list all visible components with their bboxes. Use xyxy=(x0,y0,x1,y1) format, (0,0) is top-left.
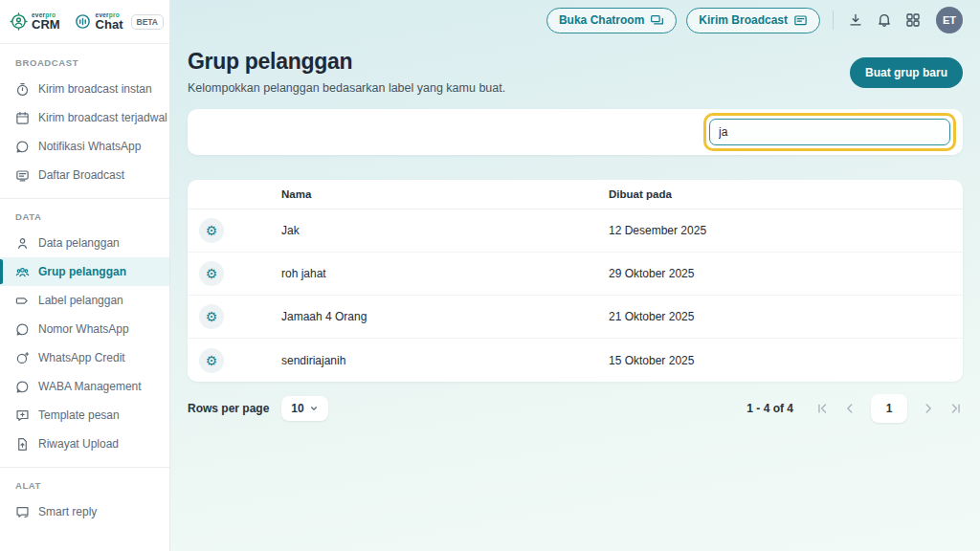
user-avatar[interactable]: ET xyxy=(936,7,963,33)
buka-chatroom-button[interactable]: Buka Chatroom xyxy=(546,8,677,33)
section-label-alat: ALAT xyxy=(0,469,169,497)
created-column-header: Dibuat pada xyxy=(609,188,963,200)
file-upload-icon xyxy=(15,437,30,452)
everpro-crm-icon xyxy=(10,12,28,31)
group-created-date: 12 Desember 2025 xyxy=(609,224,963,237)
sidebar-item-daftar-broadcast[interactable]: Daftar Broadcast xyxy=(0,161,169,189)
chevron-down-icon xyxy=(309,404,319,413)
sidebar-item-template-pesan[interactable]: Template pesan xyxy=(0,401,169,430)
table-header-row: Nama Dibuat pada xyxy=(188,180,963,209)
sidebar-divider xyxy=(0,467,169,468)
topbar: Buka Chatroom Kirim Broadcast ET xyxy=(188,0,963,40)
chat-edit-icon xyxy=(15,505,30,519)
crm-wordmark: CRM xyxy=(32,18,60,32)
group-name: Jak xyxy=(281,224,609,237)
sidebar-item-label-pelanggan[interactable]: Label pelanggan xyxy=(0,286,169,315)
sidebar-nav: BROADCAST Kirim broadcast instan Kirim b… xyxy=(0,44,169,551)
bell-icon[interactable] xyxy=(875,11,894,30)
buat-grup-baru-button[interactable]: Buat grup baru xyxy=(850,57,963,88)
chat-wordmark: Chat xyxy=(96,18,123,32)
chatroom-icon xyxy=(650,13,664,28)
message-list-icon xyxy=(15,168,30,183)
sidebar-item-whatsapp-credit[interactable]: WhatsApp Credit xyxy=(0,343,169,372)
sidebar-item-smart-reply[interactable]: Smart reply xyxy=(0,497,169,526)
gear-icon[interactable]: ⚙ xyxy=(199,348,224,373)
download-icon[interactable] xyxy=(846,11,865,30)
groups-table: Nama Dibuat pada ⚙ Jak 12 Desember 2025 … xyxy=(188,180,963,382)
search-toolbar xyxy=(188,109,963,155)
previous-page-icon[interactable] xyxy=(843,402,857,415)
group-name: Jamaah 4 Orang xyxy=(281,310,609,323)
current-page-button[interactable]: 1 xyxy=(871,394,907,423)
message-plus-icon xyxy=(15,408,30,423)
sidebar-item-grup-pelanggan[interactable]: Grup pelanggan xyxy=(0,257,169,286)
beta-badge: BETA xyxy=(131,14,165,30)
chat-logo[interactable]: everpro Chat xyxy=(74,11,123,32)
gear-icon[interactable]: ⚙ xyxy=(199,261,224,286)
name-column-header: Nama xyxy=(281,188,609,200)
section-label-broadcast: BROADCAST xyxy=(0,46,169,75)
gear-icon[interactable]: ⚙ xyxy=(199,218,224,243)
apps-grid-icon[interactable] xyxy=(903,11,923,30)
sidebar-item-waba-management[interactable]: WABA Management xyxy=(0,372,169,401)
gear-icon[interactable]: ⚙ xyxy=(199,304,224,329)
sidebar: everpro CRM everpro Chat BETA xyxy=(0,0,170,551)
stopwatch-icon xyxy=(15,82,30,97)
whatsapp-icon xyxy=(15,380,30,394)
broadcast-message-icon xyxy=(793,13,808,28)
main-content: Buka Chatroom Kirim Broadcast ET Grup pe… xyxy=(170,0,980,551)
section-label-data: DATA xyxy=(0,200,169,229)
sidebar-item-kirim-broadcast-terjadwal[interactable]: Kirim broadcast terjadwal xyxy=(0,103,169,132)
whatsapp-icon xyxy=(15,322,30,337)
rows-per-page-select[interactable]: 10 xyxy=(281,396,327,421)
topbar-divider xyxy=(833,11,834,30)
next-page-icon[interactable] xyxy=(922,402,935,415)
table-row[interactable]: ⚙ Jamaah 4 Orang 21 Oktober 2025 xyxy=(188,296,963,339)
tag-icon xyxy=(15,294,30,308)
group-created-date: 15 Oktober 2025 xyxy=(609,354,963,367)
brand-bar: everpro CRM everpro Chat BETA xyxy=(0,0,169,44)
whatsapp-icon xyxy=(15,140,30,154)
sidebar-divider xyxy=(0,198,169,199)
kirim-broadcast-button[interactable]: Kirim Broadcast xyxy=(686,8,820,33)
rows-per-page-label: Rows per page xyxy=(188,402,269,415)
pagination-bar: Rows per page 10 1 - 4 of 4 1 xyxy=(188,394,963,423)
sidebar-item-nomor-whatsapp[interactable]: Nomor WhatsApp xyxy=(0,315,169,343)
table-row[interactable]: ⚙ Jak 12 Desember 2025 xyxy=(188,209,963,253)
table-row[interactable]: ⚙ roh jahat 29 Oktober 2025 xyxy=(188,253,963,296)
app-window: everpro CRM everpro Chat BETA xyxy=(0,0,980,551)
group-created-date: 21 Oktober 2025 xyxy=(609,310,963,323)
search-input[interactable] xyxy=(709,119,950,145)
sidebar-item-notifikasi-whatsapp[interactable]: Notifikasi WhatsApp xyxy=(0,132,169,161)
table-row[interactable]: ⚙ sendiriajanih 15 Oktober 2025 xyxy=(188,339,963,382)
sidebar-item-riwayat-upload[interactable]: Riwayat Upload xyxy=(0,430,169,458)
page-subtitle: Kelompokkan pelanggan bedasarkan label y… xyxy=(188,81,505,95)
pagination-range: 1 - 4 of 4 xyxy=(746,402,793,415)
sidebar-item-data-pelanggan[interactable]: Data pelanggan xyxy=(0,229,169,257)
credit-coin-icon xyxy=(15,351,30,365)
calendar-icon xyxy=(15,111,30,125)
crm-logo[interactable]: everpro CRM xyxy=(10,11,60,32)
search-input-highlight xyxy=(703,113,956,151)
last-page-icon[interactable] xyxy=(949,402,963,415)
everpro-chat-icon xyxy=(74,12,92,31)
group-created-date: 29 Oktober 2025 xyxy=(609,267,963,280)
group-name: sendiriajanih xyxy=(281,354,609,367)
group-name: roh jahat xyxy=(281,267,609,280)
sidebar-item-kirim-broadcast-instan[interactable]: Kirim broadcast instan xyxy=(0,75,169,103)
people-group-icon xyxy=(15,265,30,279)
page-header: Grup pelanggan Kelompokkan pelanggan bed… xyxy=(188,49,963,95)
first-page-icon[interactable] xyxy=(815,402,829,415)
person-icon xyxy=(15,236,30,251)
page-title: Grup pelanggan xyxy=(188,49,505,75)
